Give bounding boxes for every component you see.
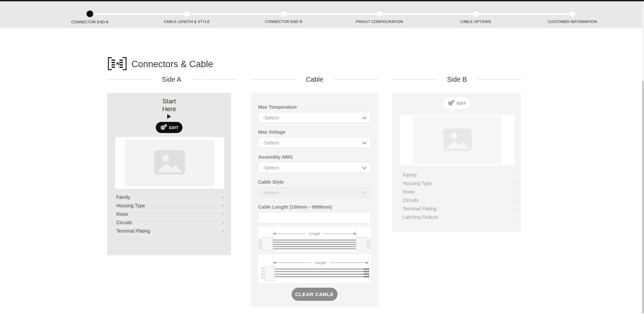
spec-row-rows: Rows - — [116, 210, 224, 218]
start-hint-line1: Start — [107, 97, 231, 105]
side-b-image-placeholder — [413, 116, 502, 164]
step-dot-active[interactable] — [86, 10, 93, 17]
max-voltage-label: Max Voltage — [258, 129, 371, 135]
chevron-down-icon — [362, 190, 366, 194]
edit-button-label: EDIT — [457, 101, 466, 105]
spec-row-housing-type: Housing Type - — [403, 179, 516, 188]
heading-text: Cable — [296, 76, 333, 83]
chevron-down-icon — [362, 115, 366, 119]
step-dot[interactable] — [281, 11, 287, 17]
spec-label: Circuits — [403, 198, 419, 203]
assembly-awg-group: Assembly AWG -Select- — [258, 154, 371, 173]
heading-rule-right — [477, 79, 522, 80]
chevron-down-icon — [362, 140, 366, 144]
gear-icon — [160, 124, 167, 131]
clear-cable-button[interactable]: CLEAR CABLE — [292, 288, 338, 301]
gear-icon — [447, 100, 455, 107]
scrollbar-thumb[interactable] — [642, 81, 644, 313]
max-temperature-group: Max Temperature -Select- — [258, 104, 371, 123]
step-dot[interactable] — [570, 11, 575, 17]
max-voltage-select[interactable]: -Select- — [258, 137, 371, 148]
side-a-card: Start Here EDIT — [107, 93, 231, 255]
select-value: -Select- — [263, 115, 280, 121]
cable-length-input[interactable] — [258, 212, 371, 224]
side-b-image-frame — [400, 115, 514, 165]
spec-label: Terminal Plating — [403, 206, 437, 211]
step-connector-end-a[interactable]: CONNECTOR END A — [49, 0, 130, 24]
side-a-image-placeholder — [125, 139, 214, 186]
max-temperature-select[interactable]: -Select- — [258, 112, 371, 123]
step-label: PINOUT CONFIGURATION — [339, 20, 420, 24]
page-title: Connectors & Cable — [131, 59, 213, 70]
max-voltage-group: Max Voltage -Select- — [258, 129, 371, 148]
step-label: CUSTOMER INFORMATION — [532, 20, 613, 24]
heading-rule-left — [107, 79, 152, 80]
select-value: -Select- — [263, 165, 280, 171]
side-a-heading: Side A — [107, 75, 236, 84]
start-hint-line2: Here — [107, 105, 231, 113]
cable-diagram-stripped-ends: Length — [258, 254, 371, 283]
spec-value: - — [222, 203, 224, 208]
length-annotation: Length — [315, 261, 326, 265]
cable-card: Max Temperature -Select- Max Voltage -Se… — [251, 93, 378, 307]
image-icon — [153, 149, 186, 177]
side-a-image-frame — [115, 137, 224, 189]
spec-row-latching-feature: Latching Feature - — [403, 213, 516, 221]
spec-value: - — [514, 198, 516, 203]
step-connector-end-b[interactable]: CONNECTOR END B — [243, 0, 324, 24]
spec-value: - — [222, 194, 224, 200]
step-dot[interactable] — [377, 11, 382, 17]
cable-heading: Cable — [251, 75, 378, 84]
top-black-strip — [0, 0, 644, 1]
spec-value: - — [514, 181, 516, 186]
spec-value: - — [222, 228, 224, 234]
step-dot[interactable] — [184, 11, 190, 17]
step-label: CONNECTOR END B — [243, 20, 324, 24]
spec-value: - — [514, 189, 516, 194]
image-icon — [442, 128, 473, 153]
cable-style-group: Cable Style -Select- — [258, 179, 371, 198]
cable-length-group: Cable Length (100mm - 9999mm) — [258, 204, 371, 224]
edit-button-label: EDIT — [169, 126, 178, 130]
step-dot[interactable] — [473, 11, 479, 17]
spec-label: Circuits — [116, 220, 132, 225]
stepper: CONNECTOR END A CABLE LENGTH & STYLE CON… — [0, 0, 644, 28]
spec-label: Family — [403, 172, 417, 178]
side-a-edit-button[interactable]: EDIT — [156, 122, 182, 133]
spec-label: Latching Feature — [403, 214, 438, 220]
spec-row-circuits: Circuits - — [116, 218, 224, 227]
select-value: -Select- — [263, 140, 280, 146]
step-cable-options[interactable]: CABLE OPTIONS — [435, 0, 516, 24]
connector-mating-icon — [107, 56, 127, 73]
spec-row-circuits: Circuits - — [403, 196, 516, 205]
side-b-spec-list: Family - Housing Type - Rows - Circuits … — [403, 171, 516, 221]
spec-row-rows: Rows - — [403, 188, 516, 196]
vertical-scrollbar[interactable] — [642, 1, 644, 314]
spec-row-housing-type: Housing Type - — [116, 202, 224, 210]
spec-label: Terminal Plating — [116, 228, 150, 234]
cable-style-select: -Select- — [258, 187, 371, 198]
side-a-spec-list: Family - Housing Type - Rows - Circuits … — [116, 193, 224, 235]
side-b-edit-button[interactable]: EDIT — [443, 98, 470, 109]
spec-label: Housing Type — [116, 203, 145, 208]
cable-length-label: Cable Length (100mm - 9999mm) — [258, 204, 371, 210]
step-cable-length-style[interactable]: CABLE LENGTH & STYLE — [146, 0, 227, 24]
triangle-right-icon — [167, 114, 171, 119]
spec-label: Rows — [116, 211, 128, 217]
step-customer-information[interactable]: CUSTOMER INFORMATION — [532, 0, 613, 24]
side-b-card: EDIT Family - Housing Type - — [392, 93, 521, 232]
length-annotation: Length — [309, 232, 320, 236]
spec-value: - — [222, 211, 224, 217]
cable-style-label: Cable Style — [258, 179, 371, 185]
heading-text: Side A — [152, 76, 192, 83]
assembly-awg-label: Assembly AWG — [258, 154, 371, 160]
chevron-down-icon — [362, 165, 366, 169]
max-temperature-label: Max Temperature — [258, 104, 371, 110]
spec-label: Housing Type — [403, 181, 431, 186]
assembly-awg-select[interactable]: -Select- — [258, 162, 371, 173]
step-pinout-configuration[interactable]: PINOUT CONFIGURATION — [339, 0, 420, 24]
step-label: CONNECTOR END A — [49, 20, 130, 24]
cable-configurator-page: CONNECTOR END A CABLE LENGTH & STYLE CON… — [0, 0, 644, 314]
step-label: CABLE OPTIONS — [435, 20, 516, 24]
heading-rule-right — [191, 79, 236, 80]
